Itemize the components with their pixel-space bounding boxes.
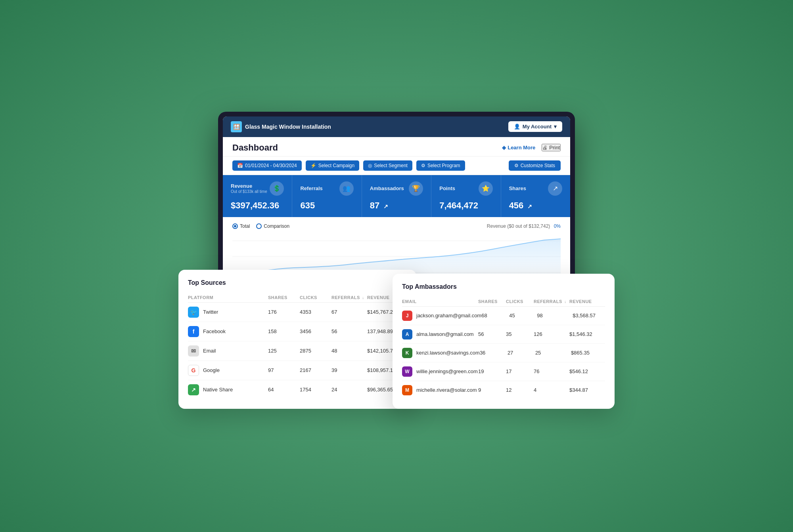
ambassador-row-3: W willie.jennings@green.com 19 17 76 $54… [402, 362, 605, 381]
info-icon: ◈ [502, 145, 506, 151]
amb-referrals-sort-icon: ↓ [564, 299, 567, 304]
sources-col-clicks: Clicks [300, 295, 331, 300]
program-icon: ⚙ [421, 163, 425, 168]
email-platform: ✉ Email [188, 345, 268, 357]
chart-pct: 0% [554, 223, 561, 229]
account-label: My Account [523, 124, 552, 130]
stat-points-value: 7,464,472 [439, 200, 492, 211]
print-button[interactable]: 🖨 Print [542, 144, 561, 151]
stat-revenue-icon: 💲 [270, 181, 284, 196]
top-ambassadors-card: Top Ambassadors Email Shares Clicks Refe… [393, 274, 615, 409]
account-icon: 👤 [514, 124, 520, 130]
stat-referrals-label: Referrals [300, 185, 322, 191]
campaign-filter[interactable]: ⚡ Select Campaign [306, 160, 359, 171]
amb-col-shares: Shares [478, 299, 506, 304]
account-button[interactable]: 👤 My Account ▾ [508, 121, 562, 132]
avatar-michelle: M [402, 385, 412, 395]
ambassador-row-1: A alma.lawson@gmail.com 56 35 126 $1,546… [402, 325, 605, 344]
sources-col-platform: Platform [188, 295, 268, 300]
sources-table: Platform Shares Clicks Referrals ↓ Reven… [188, 293, 407, 399]
stat-ambassadors-trend: ↗ [383, 203, 388, 210]
native-platform: ↗ Native Share [188, 384, 268, 395]
amb-email-2: K kenzi.lawson@savings.com [402, 348, 480, 358]
google-platform: G Google [188, 365, 268, 376]
sources-col-referrals: Referrals ↓ [331, 295, 367, 300]
amb-email-1: A alma.lawson@gmail.com [402, 329, 478, 339]
top-sources-card: Top Sources Platform Shares Clicks Refer… [178, 270, 416, 409]
segment-icon: ◎ [368, 163, 372, 168]
stat-referrals: Referrals 👥 635 [292, 175, 362, 217]
amb-col-revenue: Revenue [569, 299, 605, 304]
brand-icon: 🪟 [231, 121, 242, 132]
stat-points-label: Points [439, 185, 455, 191]
dashboard-header: Dashboard ◈ Learn More 🖨 Print [223, 137, 570, 156]
facebook-platform: f Facebook [188, 326, 268, 337]
top-ambassadors-title: Top Ambassadors [402, 283, 605, 290]
segment-filter[interactable]: ◎ Select Segment [363, 160, 412, 171]
stat-shares-trend: ↗ [527, 203, 532, 210]
avatar-kenzi: K [402, 348, 412, 358]
stat-ambassadors-label: Ambassadors [370, 185, 404, 191]
stat-referrals-icon: 👥 [339, 181, 354, 196]
amb-email-0: J jackson.graham@gmail.com [402, 311, 481, 321]
brand-name: Glass Magic Window Installation [245, 124, 331, 130]
stat-revenue: Revenue Out of $133k all time 💲 $397,452… [223, 175, 292, 217]
program-filter[interactable]: ⚙ Select Program [416, 160, 465, 171]
stat-points: Points ⭐ 7,464,472 [431, 175, 501, 217]
chevron-down-icon: ▾ [554, 124, 557, 130]
avatar-jackson: J [402, 311, 412, 321]
calendar-icon: 📅 [237, 163, 243, 168]
dashboard-title: Dashboard [232, 143, 278, 153]
sources-col-shares: Shares [268, 295, 300, 300]
amb-col-clicks: Clicks [506, 299, 534, 304]
stat-shares-icon: ↗ [548, 181, 562, 196]
customize-stats-button[interactable]: ⚙ Customize Stats [509, 160, 561, 171]
chart-comparison-radio[interactable]: Comparison [256, 223, 289, 229]
stat-shares-label: Shares [509, 185, 526, 191]
chart-total-radio[interactable]: Total [232, 223, 250, 229]
learn-more-button[interactable]: ◈ Learn More [502, 145, 535, 151]
comparison-radio-dot [256, 223, 262, 229]
top-sources-title: Top Sources [188, 279, 407, 286]
total-radio-dot [232, 223, 238, 229]
stat-points-icon: ⭐ [479, 181, 493, 196]
sources-row-google: G Google 97 2167 39 $108,957.12 [188, 361, 407, 380]
print-icon: 🖨 [542, 145, 548, 151]
ambassadors-table: Email Shares Clicks Referrals ↓ Revenue … [402, 297, 605, 399]
stat-ambassadors-value: 87 ↗ [370, 200, 423, 211]
google-icon: G [188, 365, 199, 376]
facebook-icon: f [188, 326, 199, 337]
email-icon: ✉ [188, 345, 199, 357]
twitter-platform: 🐦 Twitter [188, 307, 268, 318]
sources-row-twitter: 🐦 Twitter 176 4353 67 $145,767.25 [188, 303, 407, 322]
referrals-sort-icon: ↓ [362, 296, 364, 300]
stat-revenue-value: $397,452.36 [231, 200, 284, 211]
chart-controls: Total Comparison Revenue ($0 out of $132… [232, 223, 561, 229]
stats-row: Revenue Out of $133k all time 💲 $397,452… [223, 175, 570, 217]
chart-metric: Revenue ($0 out of $132,742) 0% [487, 223, 561, 229]
ambassador-row-2: K kenzi.lawson@savings.com 36 27 25 $865… [402, 344, 605, 362]
twitter-icon: 🐦 [188, 307, 199, 318]
avatar-willie: W [402, 366, 412, 377]
sources-table-header: Platform Shares Clicks Referrals ↓ Reven… [188, 293, 407, 303]
sources-row-facebook: f Facebook 158 3456 56 137,948.89 [188, 322, 407, 341]
amb-email-3: W willie.jennings@green.com [402, 366, 478, 377]
dashboard-actions: ◈ Learn More 🖨 Print [502, 144, 561, 151]
sources-row-email: ✉ Email 125 2875 48 $142,105.78 [188, 341, 407, 361]
ambassadors-table-header: Email Shares Clicks Referrals ↓ Revenue [402, 297, 605, 307]
sources-row-native: ↗ Native Share 64 1754 24 $96,365.65 [188, 380, 407, 399]
campaign-icon: ⚡ [310, 163, 316, 168]
top-nav: 🪟 Glass Magic Window Installation 👤 My A… [223, 116, 570, 137]
stat-shares: Shares ↗ 456 ↗ [501, 175, 570, 217]
stat-shares-value: 456 ↗ [509, 200, 562, 211]
stat-ambassadors-icon: 🏆 [409, 181, 423, 196]
filter-bar: 📅 01/01/2024 - 04/30/2024 ⚡ Select Campa… [223, 156, 570, 175]
amb-col-referrals: Referrals ↓ [534, 299, 569, 304]
avatar-alma: A [402, 329, 412, 339]
date-range-filter[interactable]: 📅 01/01/2024 - 04/30/2024 [232, 160, 302, 171]
amb-email-4: M michelle.rivera@solar.com [402, 385, 478, 395]
brand: 🪟 Glass Magic Window Installation [231, 121, 331, 132]
stat-revenue-label: Revenue [231, 183, 267, 189]
stat-referrals-value: 635 [300, 200, 353, 211]
amb-col-email: Email [402, 299, 478, 304]
